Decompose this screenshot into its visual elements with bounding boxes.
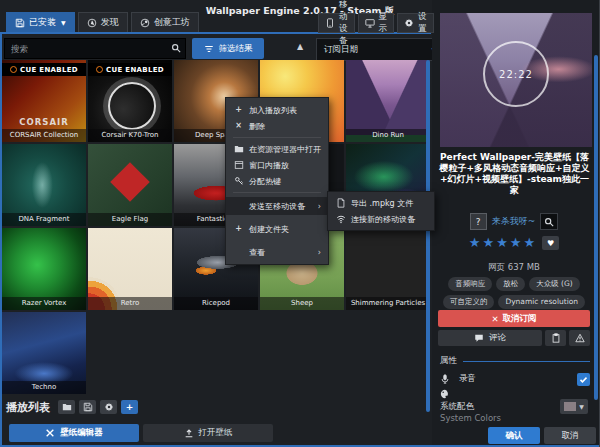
- wallpaper-tile[interactable]: Razer Vortex: [2, 228, 86, 310]
- key-icon: [234, 176, 244, 186]
- ring-decor: [108, 82, 156, 130]
- recording-checkbox[interactable]: [577, 373, 590, 386]
- author-row: ? 来杀我呀~: [432, 213, 596, 230]
- filter-results-button[interactable]: 筛选结果: [192, 38, 264, 59]
- tile-label: Sheep: [260, 297, 344, 310]
- details-scrollbar[interactable]: [594, 55, 598, 400]
- settings-button[interactable]: 设置: [397, 13, 434, 33]
- sort-order-select[interactable]: 订阅日期 ▼: [316, 38, 444, 61]
- grid-scrollbar[interactable]: [426, 60, 430, 412]
- playlist-add-button[interactable]: +: [121, 400, 138, 414]
- mobile-button[interactable]: 移动设备: [318, 13, 355, 33]
- wallpaper-editor-button[interactable]: 壁纸编辑器: [9, 424, 139, 442]
- type-size-text: 网页 637 MB: [432, 262, 596, 274]
- sort-direction-icon[interactable]: ▲: [297, 42, 303, 51]
- tag-pill: 放松: [496, 277, 525, 291]
- confirm-button[interactable]: 确认: [488, 427, 540, 444]
- plus-icon: +: [126, 403, 134, 412]
- menu-item-label: 窗口内播放: [249, 160, 289, 171]
- tile-label: Razer Vortex: [2, 297, 86, 310]
- properties-label: 属性: [440, 355, 457, 367]
- display-button[interactable]: 显示: [358, 13, 395, 33]
- star-icon: ★: [510, 236, 522, 250]
- details-panel: 22:22 Perfect Wallpaper-完美壁纸【落樱粒子+多风格动态音…: [432, 0, 600, 447]
- menu-separator: [233, 137, 321, 138]
- submenu-arrow-icon: ›: [318, 248, 321, 257]
- wallpaper-tile[interactable]: Retro: [88, 228, 172, 310]
- avatar[interactable]: ?: [470, 213, 487, 230]
- system-color-select[interactable]: ▼: [560, 399, 588, 414]
- context-menu-item[interactable]: +加入播放列表: [226, 102, 328, 118]
- star-icon: ★: [483, 236, 495, 250]
- tag-pill: 可自定义的: [443, 295, 495, 309]
- monitor-icon: [365, 18, 375, 28]
- plus-icon: +: [235, 225, 242, 233]
- wallpaper-tile[interactable]: Techno: [2, 312, 86, 394]
- playlist-configure-button[interactable]: [100, 400, 117, 414]
- wallpaper-engine-window: Wallpaper Engine 2.0.17 - Steam 版 »–□× 已…: [0, 0, 600, 447]
- icue-ring-icon: [10, 66, 17, 73]
- menu-item-label: 分配热键: [249, 176, 281, 187]
- wallpaper-tile[interactable]: Shimmering Particles: [346, 228, 430, 310]
- tab-workshop[interactable]: 创意工坊: [131, 12, 199, 32]
- author-link[interactable]: 来杀我呀~: [492, 215, 536, 228]
- context-menu-item[interactable]: 分配热键: [226, 173, 328, 189]
- wallpaper-tile[interactable]: Eagle Flag: [88, 144, 172, 226]
- plus-icon: +: [233, 106, 244, 114]
- playlist-buttons: +: [58, 400, 138, 414]
- icue-banner-text: CUE ENABLED: [20, 66, 78, 74]
- gear-icon: [404, 18, 414, 28]
- report-button[interactable]: [569, 330, 590, 346]
- save-icon: [83, 402, 93, 412]
- search-icon: [171, 43, 181, 53]
- tab-installed[interactable]: 已安装▼: [6, 12, 75, 32]
- save-icon: [15, 18, 25, 28]
- favorite-button[interactable]: ♥: [542, 236, 559, 250]
- rating-stars[interactable]: ★★★★★: [469, 236, 535, 250]
- comments-button[interactable]: 评论: [438, 330, 542, 346]
- context-menu-item[interactable]: 在资源管理器中打开: [226, 141, 328, 157]
- filter-icon: [204, 44, 214, 54]
- tab-label: 创意工坊: [154, 16, 190, 29]
- preview-clock-time: 22:22: [499, 69, 533, 80]
- key-icon: [233, 176, 244, 186]
- wallpaper-tile[interactable]: CUE ENABLEDCORSAIRCORSAIR Collection: [2, 60, 86, 142]
- warning-icon: [575, 333, 585, 343]
- tag-pill: 大众级 (G): [529, 277, 580, 291]
- playlist-save-button[interactable]: [79, 400, 96, 414]
- wallpaper-tile[interactable]: DNA Fragment: [2, 144, 86, 226]
- copy-button[interactable]: [545, 330, 566, 346]
- context-menu-item[interactable]: 导出 .mpkg 文件: [328, 195, 434, 211]
- menu-separator: [233, 192, 321, 193]
- wallpaper-tile[interactable]: Dino Run: [346, 60, 430, 142]
- tab-discover[interactable]: 发现: [78, 12, 128, 32]
- wallpaper-title: Perfect Wallpaper-完美壁纸【落樱粒子+多风格动态音频响应+自定…: [436, 152, 593, 196]
- file-icon: [336, 198, 346, 208]
- cancel-button[interactable]: 取消: [544, 427, 596, 444]
- menu-item-label: 删除: [249, 121, 265, 132]
- context-menu-item[interactable]: +创建文件夹: [226, 221, 328, 237]
- wifi-icon: [336, 214, 346, 224]
- search-input[interactable]: [5, 39, 185, 58]
- context-menu-item[interactable]: 发送至移动设备›: [226, 197, 328, 215]
- system-colors-sublabel: System Colors: [440, 413, 501, 423]
- heart-icon: ♥: [547, 239, 554, 248]
- close-icon: ×: [235, 122, 242, 130]
- unsubscribe-button[interactable]: ✕ 取消订阅: [438, 310, 590, 327]
- menu-item-label: 加入播放列表: [249, 105, 297, 116]
- context-menu-item[interactable]: 查看›: [226, 244, 328, 260]
- open-wallpaper-button[interactable]: 打开壁纸: [143, 424, 273, 442]
- wallpaper-tile[interactable]: CUE ENABLEDCorsair K70-Tron: [88, 60, 172, 142]
- tile-label: Retro: [88, 297, 172, 310]
- open-wallpaper-label: 打开壁纸: [199, 427, 233, 439]
- tile-label: Techno: [2, 381, 86, 394]
- tile-label: Ricepod: [174, 297, 258, 310]
- context-menu-item[interactable]: ×删除: [226, 118, 328, 134]
- context-menu-item[interactable]: 窗口内播放: [226, 157, 328, 173]
- plus-icon: +: [233, 225, 244, 233]
- author-search-button[interactable]: [540, 213, 558, 230]
- playlist-open-folder-button[interactable]: [58, 400, 75, 414]
- star-icon: ★: [496, 236, 508, 250]
- palette-icon: [440, 389, 450, 399]
- context-menu-item[interactable]: 连接新的移动设备: [328, 211, 434, 227]
